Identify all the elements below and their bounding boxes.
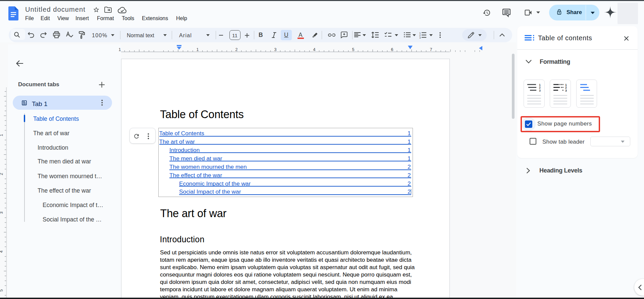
svg-text:1: 1 xyxy=(197,47,199,52)
svg-text:3: 3 xyxy=(274,47,277,52)
svg-text:7: 7 xyxy=(430,47,432,52)
svg-text:3: 3 xyxy=(419,36,421,39)
svg-text:5: 5 xyxy=(352,47,355,52)
svg-text:6: 6 xyxy=(391,47,393,52)
svg-text:2: 2 xyxy=(0,173,4,175)
svg-text:5: 5 xyxy=(0,289,4,292)
svg-text:2: 2 xyxy=(235,47,238,52)
svg-text:4: 4 xyxy=(313,47,316,52)
svg-text:1: 1 xyxy=(0,134,4,136)
svg-text:3: 3 xyxy=(0,212,4,214)
svg-text:1: 1 xyxy=(119,47,121,52)
svg-text:3: 3 xyxy=(539,89,541,92)
svg-text:3: 3 xyxy=(565,89,567,92)
svg-text:4: 4 xyxy=(0,250,4,253)
